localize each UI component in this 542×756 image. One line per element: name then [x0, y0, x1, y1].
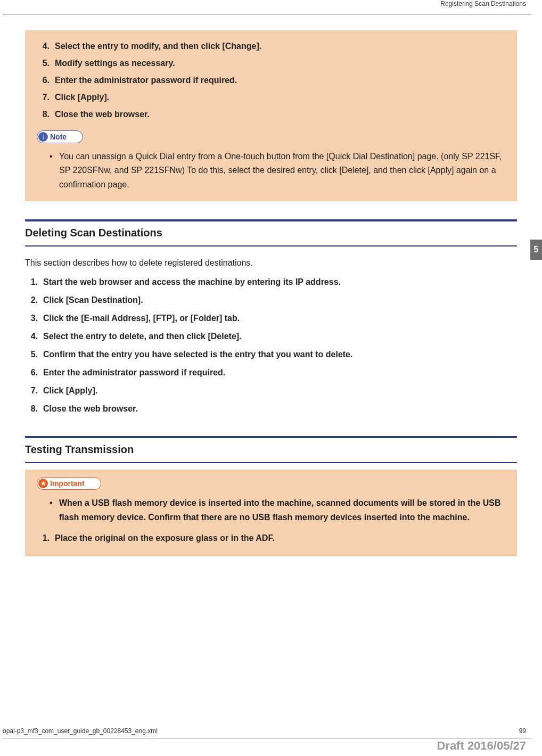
list-item: 8.Close the web browser.: [25, 400, 517, 418]
testing-steps-list: 1.Place the original on the exposure gla…: [37, 530, 505, 547]
section-title: Deleting Scan Destinations: [25, 225, 517, 243]
footer-page-number: 99: [519, 727, 526, 735]
section-intro: This section describes how to delete reg…: [25, 258, 517, 268]
list-item: 6.Enter the administrator password if re…: [37, 72, 505, 89]
star-icon: ★: [38, 479, 48, 488]
important-label: Important: [50, 479, 85, 488]
list-item: 7.Click [Apply].: [25, 382, 517, 400]
list-item: 1.Start the web browser and access the m…: [25, 273, 517, 291]
section-header-testing: Testing Transmission: [25, 436, 517, 463]
rule-thick: [25, 436, 517, 438]
delete-steps-list: 1.Start the web browser and access the m…: [25, 273, 517, 418]
step-number: 5.: [37, 59, 55, 68]
step-number: 3.: [25, 314, 43, 323]
step-number: 6.: [37, 76, 55, 85]
list-item: 4.Select the entry to modify, and then c…: [37, 38, 505, 55]
step-number: 8.: [37, 110, 55, 119]
step-text: Place the original on the exposure glass…: [55, 533, 505, 543]
list-item: 8.Close the web browser.: [37, 106, 505, 123]
instruction-box-testing: ★ Important When a USB flash memory devi…: [25, 470, 517, 556]
footer-filename: opal-p3_mf3_com_user_guide_gb_00228453_e…: [3, 727, 158, 735]
note-chip: ↓ Note: [37, 130, 83, 143]
list-item: 3.Click the [E-mail Address], [FTP], or …: [25, 309, 517, 327]
important-bullets: When a USB flash memory device is insert…: [37, 496, 505, 524]
step-text: Enter the administrator password if requ…: [55, 76, 505, 85]
step-number: 4.: [37, 42, 55, 51]
step-text: Close the web browser.: [55, 110, 505, 119]
step-text: Click [Apply].: [43, 386, 517, 396]
step-number: 6.: [25, 368, 43, 377]
step-number: 2.: [25, 295, 43, 305]
step-number: 7.: [37, 93, 55, 102]
step-number: 1.: [25, 277, 43, 287]
modify-steps-list: 4.Select the entry to modify, and then c…: [37, 38, 505, 123]
down-arrow-icon: ↓: [38, 132, 48, 142]
section-header-deleting: Deleting Scan Destinations: [25, 219, 517, 246]
rule-thin: [25, 462, 517, 463]
important-callout: ★ Important: [37, 477, 505, 490]
step-text: Enter the administrator password if requ…: [43, 368, 517, 377]
running-header: Registering Scan Destinations: [0, 0, 542, 10]
draft-stamp: Draft 2016/05/27: [437, 739, 526, 753]
step-text: Select the entry to modify, and then cli…: [55, 42, 505, 51]
section-title: Testing Transmission: [25, 441, 517, 460]
step-text: Confirm that the entry you have selected…: [43, 350, 517, 359]
note-bullets: You can unassign a Quick Dial entry from…: [37, 150, 505, 192]
rule-thick: [25, 219, 517, 221]
important-chip: ★ Important: [37, 477, 101, 490]
important-bullet-item: When a USB flash memory device is insert…: [50, 496, 505, 524]
step-text: Click the [E-mail Address], [FTP], or [F…: [43, 314, 517, 323]
step-number: 1.: [37, 533, 55, 543]
list-item: 6.Enter the administrator password if re…: [25, 364, 517, 382]
step-number: 7.: [25, 386, 43, 396]
note-callout: ↓ Note: [37, 130, 505, 143]
step-text: Modify settings as necessary.: [55, 59, 505, 68]
step-text: Click [Scan Destination].: [43, 295, 517, 305]
chapter-tab: 5: [530, 240, 542, 260]
instruction-box-modify: 4.Select the entry to modify, and then c…: [25, 30, 517, 201]
list-item: 1.Place the original on the exposure gla…: [37, 530, 505, 547]
note-label: Note: [50, 133, 67, 141]
list-item: 4.Select the entry to delete, and then c…: [25, 327, 517, 346]
page-footer: opal-p3_mf3_com_user_guide_gb_00228453_e…: [0, 727, 542, 735]
step-text: Start the web browser and access the mac…: [43, 277, 517, 287]
note-bullet-item: You can unassign a Quick Dial entry from…: [50, 150, 505, 192]
list-item: 7.Click [Apply].: [37, 89, 505, 106]
section-body-deleting: This section describes how to delete reg…: [25, 246, 517, 418]
step-text: Click [Apply].: [55, 93, 505, 102]
list-item: 2.Click [Scan Destination].: [25, 291, 517, 309]
list-item: 5.Confirm that the entry you have select…: [25, 346, 517, 364]
step-text: Select the entry to delete, and then cli…: [43, 332, 517, 341]
step-number: 5.: [25, 350, 43, 359]
step-number: 4.: [25, 332, 43, 341]
list-item: 5.Modify settings as necessary.: [37, 55, 505, 72]
step-number: 8.: [25, 404, 43, 414]
step-text: Close the web browser.: [43, 404, 517, 414]
